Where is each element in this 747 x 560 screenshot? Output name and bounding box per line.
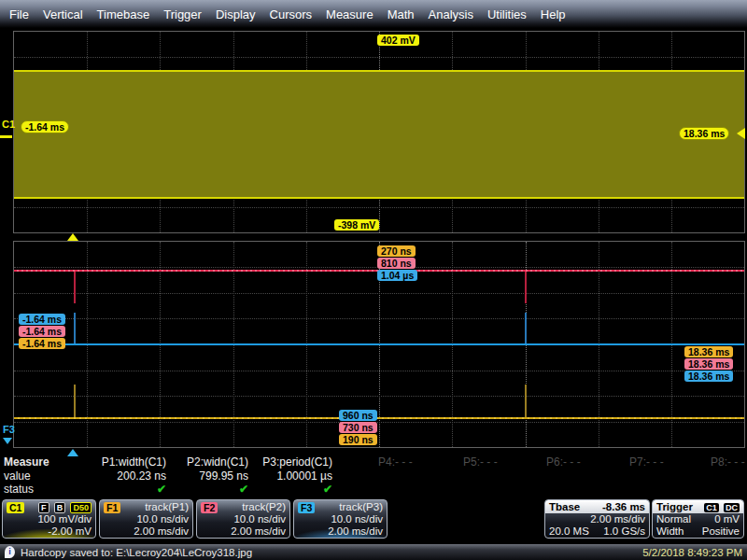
cursor-label-f2-bottom[interactable]: 730 ns xyxy=(339,422,377,433)
timebase-sample-rate: 1.0 GS/s xyxy=(603,525,645,538)
f3-vertical-scale: 10.0 ns/div xyxy=(331,513,383,525)
f3-function: track(P3) xyxy=(339,501,383,513)
c1-offset: -2.00 mV xyxy=(48,525,92,538)
c1-volts-per-div: 100 mV/div xyxy=(37,513,92,525)
menu-bar: File Vertical Timebase Trigger Display C… xyxy=(0,0,747,28)
cursor-label-f1-top[interactable]: 270 ns xyxy=(377,245,416,257)
trigger-descriptor-box[interactable]: Trigger C1 DC Normal 0 mV Width Positive xyxy=(652,499,744,539)
f1-vertical-scale: 10.0 ns/div xyxy=(136,513,189,525)
cursor-label-bottom-level[interactable]: -398 mV xyxy=(334,219,379,231)
gridline xyxy=(14,57,744,58)
cursor-label-f3-right[interactable]: 18.36 ms xyxy=(684,371,733,382)
timebase-offset: -8.36 ms xyxy=(602,500,645,513)
f3-offscreen-arrow-icon xyxy=(3,438,12,444)
f3-horizontal-scale: 2.00 ms/div xyxy=(328,525,383,538)
menu-timebase[interactable]: Timebase xyxy=(97,7,150,21)
cursor-label-f2-left[interactable]: -1.64 ms xyxy=(19,326,65,337)
c1-flag-b-badge: B xyxy=(54,502,66,513)
trigger-coupling-badge: DC xyxy=(724,503,740,512)
measure-p3-value: 1.00001 µs xyxy=(228,469,332,483)
cursor-label-f2-right[interactable]: 18.36 ms xyxy=(684,358,733,370)
c1-coupling-badge: D50 xyxy=(70,502,92,513)
cursor-label-f3-top[interactable]: 1.04 µs xyxy=(377,270,417,281)
timebase-samples: 20.0 MS xyxy=(549,525,589,538)
f2-vertical-scale: 10.0 ns/div xyxy=(233,513,286,525)
c1-channel-indicator: C1 xyxy=(2,119,15,130)
f2-spike xyxy=(74,272,76,303)
measure-row-title: Measure xyxy=(4,455,49,469)
gridline xyxy=(14,371,744,371)
menu-file[interactable]: File xyxy=(9,7,29,21)
measure-p8-header[interactable]: P8:- - - xyxy=(711,455,745,469)
measure-p5-header[interactable]: P5:- - - xyxy=(463,455,498,469)
measure-p7-header[interactable]: P7:- - - xyxy=(629,455,664,469)
menu-trigger[interactable]: Trigger xyxy=(163,7,202,21)
oscilloscope-screen: File Vertical Timebase Trigger Display C… xyxy=(0,0,747,560)
f2-badge: F2 xyxy=(201,502,218,513)
status-message: Hardcopy saved to: E:\Lecroy204\LeCroy31… xyxy=(21,547,252,558)
c1-zero-level-tick xyxy=(0,135,12,138)
c1-descriptor-box[interactable]: C1 F B D50 100 mV/div -2.00 mV xyxy=(2,499,96,539)
c1-flag-f-badge: F xyxy=(38,502,49,513)
cursor-label-f1-right[interactable]: 18.36 ms xyxy=(684,346,733,357)
menu-help[interactable]: Help xyxy=(541,7,566,21)
gridline xyxy=(14,396,744,397)
menu-measure[interactable]: Measure xyxy=(326,7,374,21)
measure-p6-header[interactable]: P6:- - - xyxy=(546,455,581,469)
cursor-label-f2-top[interactable]: 810 ns xyxy=(377,258,416,269)
timebase-descriptor-box[interactable]: Tbase -8.36 ms 2.00 ms/div 20.0 MS 1.0 G… xyxy=(544,499,650,539)
cursor-label-f1-bottom[interactable]: 190 ns xyxy=(339,434,377,445)
measure-row-value: value xyxy=(4,469,31,483)
gridline xyxy=(14,207,744,208)
graticule-main[interactable] xyxy=(13,31,745,233)
f1-badge: F1 xyxy=(104,502,120,513)
info-icon: i xyxy=(5,546,15,558)
c1-waveform-band xyxy=(14,70,744,199)
f3-trace xyxy=(14,343,744,345)
timebase-title: Tbase xyxy=(549,500,580,513)
cursor-label-f3-left[interactable]: -1.64 ms xyxy=(19,314,65,325)
menu-analysis[interactable]: Analysis xyxy=(429,7,473,21)
cursor-label-top-level[interactable]: 402 mV xyxy=(377,35,419,46)
timebase-scale: 2.00 ms/div xyxy=(590,513,645,525)
trigger-mode: Normal xyxy=(656,513,691,525)
gridline xyxy=(14,293,744,294)
f3-badge: F3 xyxy=(298,502,315,513)
trigger-time-marker-icon[interactable] xyxy=(67,233,78,241)
f1-trace xyxy=(14,417,744,419)
f2-horizontal-scale: 2.00 ms/div xyxy=(231,525,286,538)
trigger-level-arrow-icon[interactable] xyxy=(737,128,745,139)
f2-spike xyxy=(525,272,527,303)
f1-descriptor-box[interactable]: F1 track(P1) 10.0 ns/div 2.00 ms/div xyxy=(99,499,193,539)
f1-spike xyxy=(525,385,527,417)
f3-spike xyxy=(525,313,527,343)
cursor-label-right-time[interactable]: 18.36 ms xyxy=(679,127,729,140)
cursor-label-f1-left[interactable]: -1.64 ms xyxy=(19,338,65,349)
trigger-source-badge: C1 xyxy=(704,503,719,512)
trigger-slope: Positive xyxy=(702,525,740,538)
cursor-label-left-time[interactable]: -1.64 ms xyxy=(21,120,69,133)
status-datetime: 5/2/2018 8:49:23 PM xyxy=(642,547,742,558)
menu-vertical[interactable]: Vertical xyxy=(43,7,83,21)
measure-row-status: status xyxy=(4,483,34,496)
f1-horizontal-scale: 2.00 ms/div xyxy=(134,525,189,538)
measure-p4-header[interactable]: P4:- - - xyxy=(378,455,413,469)
trigger-type: Width xyxy=(656,525,684,538)
f2-descriptor-box[interactable]: F2 track(P2) 10.0 ns/div 2.00 ms/div xyxy=(196,499,290,539)
f3-spike xyxy=(74,313,76,343)
measure-p3-status-check-icon: ✔ xyxy=(228,483,338,496)
f2-function: track(P2) xyxy=(242,501,286,513)
f1-spike xyxy=(74,385,76,417)
menu-display[interactable]: Display xyxy=(216,7,256,21)
status-bar: i Hardcopy saved to: E:\Lecroy204\LeCroy… xyxy=(0,544,747,560)
menu-cursors[interactable]: Cursors xyxy=(270,7,313,21)
menu-math[interactable]: Math xyxy=(388,7,415,21)
measure-p3-header[interactable]: P3:period(C1) xyxy=(228,455,332,469)
f3-descriptor-box[interactable]: F3 track(P3) 10.0 ns/div 2.00 ms/div xyxy=(293,499,388,539)
cursor-label-f3-bottom[interactable]: 960 ns xyxy=(339,410,377,421)
gridline xyxy=(14,318,744,319)
gridline xyxy=(14,422,744,423)
trigger-title: Trigger xyxy=(656,500,693,513)
f1-function: track(P1) xyxy=(145,501,189,513)
menu-utilities[interactable]: Utilities xyxy=(487,7,527,21)
